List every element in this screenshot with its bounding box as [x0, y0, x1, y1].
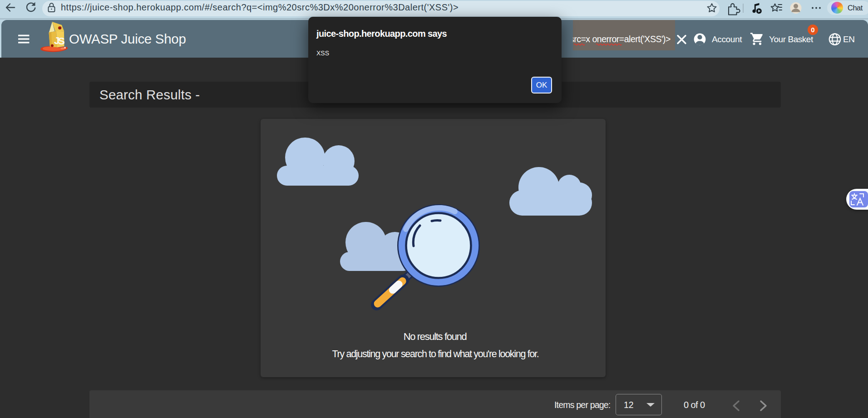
svg-text:S: S: [58, 35, 65, 47]
